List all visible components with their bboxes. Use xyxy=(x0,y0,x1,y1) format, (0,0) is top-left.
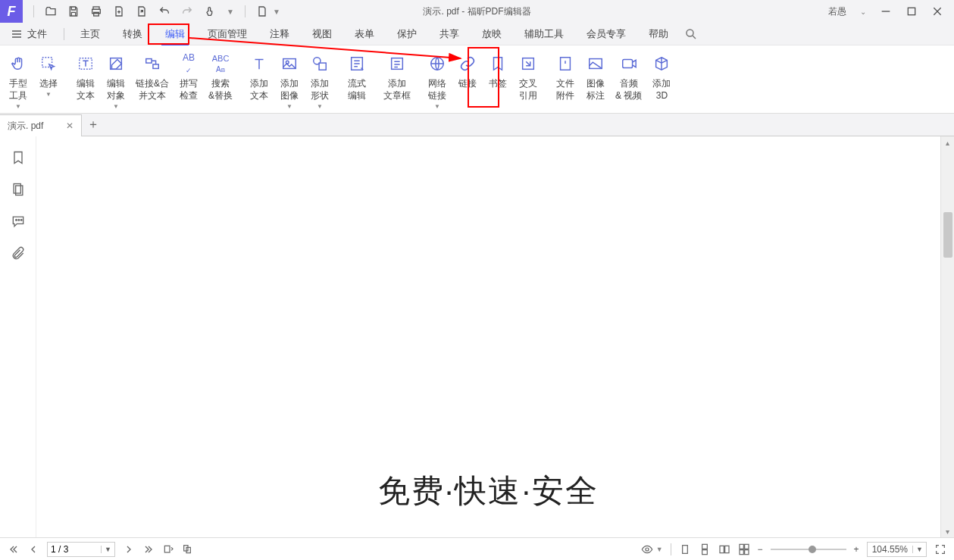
svg-rect-44 xyxy=(740,549,743,554)
continuous-icon[interactable] xyxy=(699,543,711,555)
bookmark-button[interactable]: 书签 xyxy=(483,48,513,114)
zoom-out-button[interactable]: − xyxy=(758,544,763,555)
attachments-panel-icon[interactable] xyxy=(11,246,26,261)
menu-编辑[interactable]: 编辑 xyxy=(154,23,196,45)
svg-rect-4 xyxy=(908,8,915,14)
separator xyxy=(33,5,34,17)
menu-帮助[interactable]: 帮助 xyxy=(637,23,680,45)
svg-rect-37 xyxy=(682,545,687,553)
status-bar: ▼ ▼ − + 104.55% ▼ xyxy=(0,537,954,560)
svg-rect-40 xyxy=(720,546,724,552)
menu-表单[interactable]: 表单 xyxy=(343,23,386,45)
svg-rect-43 xyxy=(744,544,748,549)
navigation-sidebar xyxy=(0,136,36,537)
cross-ref-button[interactable]: 交叉引用 xyxy=(513,48,543,114)
document-tab[interactable]: 演示. pdf ✕ xyxy=(0,114,82,136)
menu-转换[interactable]: 转换 xyxy=(111,23,154,45)
page-export-icon[interactable] xyxy=(136,5,148,17)
save-icon[interactable] xyxy=(67,5,80,17)
user-name[interactable]: 若愚 xyxy=(828,5,846,18)
hand-tool-button[interactable]: 手型工具 ▼ xyxy=(3,48,33,114)
chevron-down-icon[interactable]: ▼ xyxy=(273,8,280,16)
open-icon[interactable] xyxy=(45,5,57,17)
vertical-scrollbar[interactable]: ▴ ▾ xyxy=(940,136,954,537)
scroll-thumb[interactable] xyxy=(943,212,952,258)
spell-check-button[interactable]: AB✓ 拼写检查 xyxy=(174,48,204,114)
redo-icon[interactable] xyxy=(181,5,193,17)
undo-icon[interactable] xyxy=(158,5,170,17)
first-page-icon[interactable] xyxy=(8,543,20,555)
hamburger-icon xyxy=(11,28,23,40)
search-replace-button[interactable]: ABCAB 搜索&替换 xyxy=(204,48,237,114)
print-icon[interactable] xyxy=(90,5,102,17)
menu-共享[interactable]: 共享 xyxy=(428,23,471,45)
svg-point-30 xyxy=(15,220,17,221)
zoom-in-button[interactable]: + xyxy=(854,544,859,555)
prev-page-icon[interactable] xyxy=(27,543,39,555)
menu-保护[interactable]: 保护 xyxy=(386,23,428,45)
reflow-edit-button[interactable]: 流式编辑 xyxy=(342,48,372,114)
visibility-icon[interactable] xyxy=(641,543,653,555)
edit-text-button[interactable]: 编辑文本 xyxy=(70,48,101,114)
add-shape-button[interactable]: 添加形状 ▼ xyxy=(305,48,335,114)
menu-辅助工具[interactable]: 辅助工具 xyxy=(513,23,575,45)
menu-主页[interactable]: 主页 xyxy=(69,23,111,45)
menu-视图[interactable]: 视图 xyxy=(301,23,343,45)
image-annot-button[interactable]: 图像标注 xyxy=(580,48,611,114)
dropdown-page-icon[interactable] xyxy=(256,5,268,17)
search-icon[interactable] xyxy=(684,27,698,41)
audio-video-button[interactable]: 音频& 视频 xyxy=(611,48,646,114)
scroll-up-icon[interactable]: ▴ xyxy=(941,136,954,149)
comments-panel-icon[interactable] xyxy=(11,214,26,229)
svg-rect-20 xyxy=(319,63,326,70)
single-page-icon[interactable] xyxy=(679,543,691,555)
menu-页面管理[interactable]: 页面管理 xyxy=(196,23,258,45)
link-button[interactable]: 链接 xyxy=(452,48,483,114)
page-field[interactable] xyxy=(48,544,101,555)
minimize-icon[interactable] xyxy=(880,5,892,17)
svg-rect-42 xyxy=(740,544,743,549)
chevron-down-icon[interactable]: ▼ xyxy=(227,8,234,16)
menu-会员专享[interactable]: 会员专享 xyxy=(575,23,637,45)
pages-panel-icon[interactable] xyxy=(11,182,26,197)
select-button[interactable]: 选择 ▼ xyxy=(33,48,64,114)
web-link-button[interactable]: 网络链接 ▼ xyxy=(422,48,452,114)
chevron-down-icon: ▼ xyxy=(15,103,21,111)
touch-icon[interactable] xyxy=(204,5,216,17)
add-article-button[interactable]: 添加文章框 xyxy=(379,48,415,114)
page-add-icon[interactable] xyxy=(113,5,125,17)
add-tab-button[interactable]: ＋ xyxy=(82,114,105,136)
add-text-button[interactable]: 添加文本 xyxy=(244,48,274,114)
chevron-down-icon[interactable]: ⌄ xyxy=(860,8,866,16)
close-icon[interactable]: ✕ xyxy=(66,120,74,131)
next-page-icon[interactable] xyxy=(123,543,135,555)
edit-object-button[interactable]: 编辑对象 ▼ xyxy=(101,48,131,114)
chevron-down-icon[interactable]: ▼ xyxy=(912,546,926,553)
bookmark-panel-icon[interactable] xyxy=(11,150,26,165)
menu-放映[interactable]: 放映 xyxy=(471,23,513,45)
svg-rect-45 xyxy=(744,549,748,554)
file-menu[interactable]: 文件 xyxy=(11,27,56,41)
menu-注释[interactable]: 注释 xyxy=(258,23,301,45)
add-3d-button[interactable]: 添加3D xyxy=(646,48,677,114)
page-number-input[interactable]: ▼ xyxy=(47,542,115,557)
close-icon[interactable] xyxy=(931,5,943,17)
file-label: 文件 xyxy=(27,27,47,41)
add-image-button[interactable]: 添加图像 ▼ xyxy=(274,48,305,114)
zoom-value[interactable]: 104.55% ▼ xyxy=(867,542,927,557)
scroll-down-icon[interactable]: ▾ xyxy=(941,525,954,537)
chevron-down-icon[interactable]: ▼ xyxy=(656,546,663,553)
chevron-down-icon[interactable]: ▼ xyxy=(101,546,114,553)
maximize-icon[interactable] xyxy=(906,5,918,17)
rotate-view-icon[interactable] xyxy=(162,543,174,555)
file-attach-button[interactable]: 文件附件 xyxy=(550,48,580,114)
slider-thumb[interactable] xyxy=(809,546,816,553)
zoom-slider[interactable] xyxy=(771,549,846,550)
two-page-continuous-icon[interactable] xyxy=(738,543,750,555)
document-viewport[interactable]: 免费·快速·安全 xyxy=(36,136,940,537)
fullscreen-icon[interactable] xyxy=(934,543,946,555)
last-page-icon[interactable] xyxy=(142,543,155,555)
link-merge-text-button[interactable]: 链接&合并文本 xyxy=(131,48,174,114)
two-page-icon[interactable] xyxy=(718,543,730,555)
rotate-pages-icon[interactable] xyxy=(182,543,194,555)
